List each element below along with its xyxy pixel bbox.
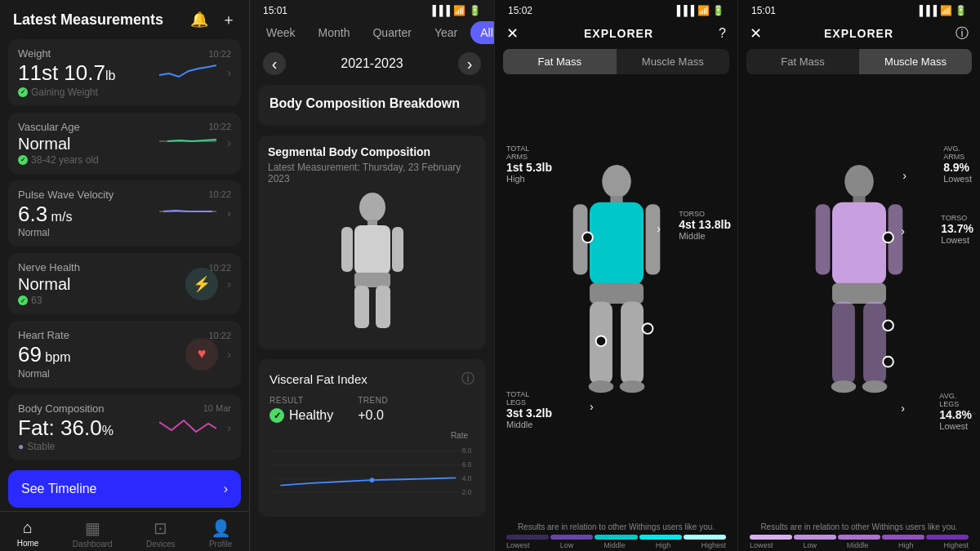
legend-low-label: Low xyxy=(560,541,574,549)
svg-point-41 xyxy=(862,380,887,393)
legend4-highest-label: Highest xyxy=(943,541,969,549)
help-icon[interactable]: ? xyxy=(719,26,726,41)
arms4-arrow: › xyxy=(902,169,906,182)
explorer4-legend: Results are in relation to other Withing… xyxy=(738,519,980,551)
visceral-result: ✓ Healthy xyxy=(270,408,333,423)
tab-muscle-mass[interactable]: Muscle Mass xyxy=(617,49,730,74)
nav-devices-label: Devices xyxy=(146,540,176,549)
results-note: Results are in relation to other Withing… xyxy=(506,522,726,531)
explorer4-close[interactable]: ✕ xyxy=(750,24,762,42)
legend-highest-label: Highest xyxy=(701,541,726,549)
legend-labels4: Lowest Low Middle High Highest xyxy=(750,541,969,549)
visceral-result-text: Healthy xyxy=(289,408,333,423)
explorer4-body-area: AVG. ARMS 8.9% Lowest › TORSO 13.7% Lowe… xyxy=(738,79,980,519)
year-nav: ‹ 2021-2023 › xyxy=(250,47,494,80)
heart-rate-card[interactable]: Heart Rate 10:22 69 bpm Normal ♥ › xyxy=(8,321,241,388)
legs-arrow: › xyxy=(590,400,594,413)
svg-text:2.0: 2.0 xyxy=(462,488,471,496)
visceral-info-icon[interactable]: ⓘ xyxy=(461,371,474,388)
heart-label: Heart Rate xyxy=(18,329,69,341)
svg-point-30 xyxy=(642,323,653,334)
legend4-high-label: High xyxy=(898,541,914,549)
legend-bar4 xyxy=(750,535,969,540)
nerve-health-card[interactable]: Nerve Health 10:22 Normal 63 ⚡ › xyxy=(8,253,241,314)
nav-profile[interactable]: 👤 Profile xyxy=(209,518,232,549)
plus-icon[interactable]: ＋ xyxy=(221,10,236,29)
nav-home-label: Home xyxy=(17,539,39,548)
help-icon4[interactable]: ⓘ xyxy=(956,25,969,42)
weight-sub: Gaining Weight xyxy=(18,87,231,98)
weight-time: 10:22 xyxy=(208,49,231,59)
legend-lowest-label: Lowest xyxy=(506,541,530,549)
green-check-icon: ✓ xyxy=(270,408,284,423)
explorer3-title: EXPLORER xyxy=(519,27,719,40)
weight-card[interactable]: Weight 10:22 11st 10.7lb Gaining Weight … xyxy=(8,39,241,106)
body-figure-svg xyxy=(332,193,413,331)
prev-year-button[interactable]: ‹ xyxy=(263,52,286,75)
nav-dashboard[interactable]: ▦ Dashboard xyxy=(73,518,113,549)
visceral-result-col: RESULT ✓ Healthy xyxy=(270,396,333,423)
svg-rect-38 xyxy=(832,301,855,384)
explorer3-close[interactable]: ✕ xyxy=(506,24,519,42)
tab-month[interactable]: Month xyxy=(309,21,360,44)
body-comp-label: Body Composition xyxy=(18,402,105,415)
visceral-result-label: RESULT xyxy=(270,396,333,405)
visceral-chart: Rate 8.0 6.0 4.0 2.0 xyxy=(270,428,474,505)
avg-legs-label: AVG. LEGS 14.8% Lowest xyxy=(939,392,972,431)
fat-body-svg xyxy=(564,165,670,434)
explorer3-legend: Results are in relation to other Withing… xyxy=(495,519,737,551)
legend-high-label: High xyxy=(656,541,671,549)
tab-quarter[interactable]: Quarter xyxy=(363,21,421,44)
see-timeline-button[interactable]: See Timeline › xyxy=(8,470,241,508)
explorer3-body-area: TOTAL ARMS 1st 5.3lb High TORSO 4st 13.8… xyxy=(495,79,737,519)
svg-rect-33 xyxy=(853,196,865,203)
chevron-right-icon: › xyxy=(227,136,231,149)
results-note4: Results are in relation to other Withing… xyxy=(750,522,969,531)
pulse-wave-card[interactable]: Pulse Wave Velocity 10:22 6.3 m/s Normal… xyxy=(8,180,241,247)
legend-bar xyxy=(506,535,726,540)
bell-icon[interactable]: 🔔 xyxy=(190,11,208,29)
explorer4-tabs: Fat Mass Muscle Mass xyxy=(746,49,972,74)
body-figure xyxy=(268,184,476,340)
svg-rect-4 xyxy=(354,225,390,274)
legend4-highest xyxy=(926,535,969,540)
nav-devices[interactable]: ⊡ Devices xyxy=(146,518,176,549)
legend4-high xyxy=(882,535,924,540)
svg-point-40 xyxy=(831,380,856,393)
svg-point-32 xyxy=(844,165,874,198)
svg-rect-23 xyxy=(645,204,660,274)
tab-fat-mass[interactable]: Fat Mass xyxy=(503,49,617,74)
nav-home[interactable]: ⌂ Home xyxy=(17,518,39,549)
legend-middle xyxy=(595,535,637,540)
nerve-icon: ⚡ xyxy=(185,268,218,300)
tab4-fat-mass[interactable]: Fat Mass xyxy=(746,49,859,74)
body-comp-sub: ● Stable xyxy=(18,441,231,452)
panel3-time: 15:02 xyxy=(508,5,532,16)
panel-explorer-fat: 15:02 ▐▐▐ 📶 🔋 ✕ EXPLORER ? Fat Mass Musc… xyxy=(494,0,737,551)
tab-week[interactable]: Week xyxy=(256,21,305,44)
body-composition-breakdown-card: Body Composition Breakdown xyxy=(258,85,486,126)
legend-high xyxy=(639,535,682,540)
next-year-button[interactable]: › xyxy=(458,52,481,75)
svg-rect-35 xyxy=(816,204,831,274)
torso4-arrow: › xyxy=(901,224,905,238)
pulse-sub: Normal xyxy=(18,227,231,238)
dashboard-icon: ▦ xyxy=(85,518,100,538)
torso-label: TORSO 4st 13.8lb Middle xyxy=(679,210,731,241)
arms-label: TOTAL ARMS 1st 5.3lb High xyxy=(506,144,552,184)
panel-body-composition: 15:01 ▐▐▐ 📶 🔋 Week Month Quarter Year Al… xyxy=(249,0,494,551)
explorer4-header: ✕ EXPLORER ⓘ xyxy=(738,18,980,49)
svg-point-29 xyxy=(582,232,593,242)
body-composition-card[interactable]: Body Composition 10 Mar Fat: 36.0% ● Sta… xyxy=(8,394,241,461)
tab-year[interactable]: Year xyxy=(425,21,467,44)
svg-point-43 xyxy=(883,320,893,331)
tab4-muscle-mass[interactable]: Muscle Mass xyxy=(859,49,972,74)
chevron-right-icon: › xyxy=(227,207,231,220)
panel-explorer-muscle: 15:01 ▐▐▐ 📶 🔋 ✕ EXPLORER ⓘ Fat Mass Musc… xyxy=(737,0,980,551)
explorer3-tabs: Fat Mass Muscle Mass xyxy=(503,49,729,74)
vascular-age-card[interactable]: Vascular Age 10:22 Normal 38-42 years ol… xyxy=(8,113,241,174)
svg-text:4.0: 4.0 xyxy=(462,474,471,482)
status-icons: ▐▐▐ 📶 🔋 xyxy=(429,5,481,16)
body-comp-time: 10 Mar xyxy=(203,403,231,413)
svg-text:8.0: 8.0 xyxy=(462,447,471,455)
